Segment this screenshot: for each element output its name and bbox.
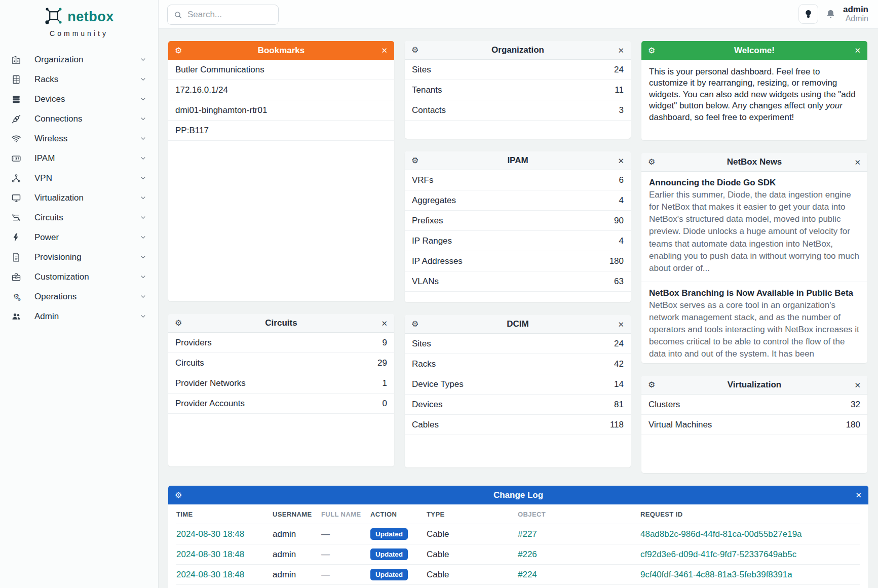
stat-label-link[interactable]: Providers	[175, 338, 383, 348]
changelog-time-link[interactable]: 2024-08-30 18:48	[176, 570, 273, 580]
stat-label-link[interactable]: Device Types	[412, 379, 614, 389]
stat-label-link[interactable]: Cables	[412, 420, 610, 430]
table-row: 2024-08-30 18:48 admin — Updated Cable #…	[176, 524, 860, 544]
close-icon[interactable]: ✕	[618, 47, 624, 54]
sidebar-item-label: Provisioning	[34, 252, 139, 262]
sidebar-item[interactable]: Customization	[0, 267, 158, 287]
news-title-link[interactable]: NetBox Branching is Now Available in Pub…	[649, 288, 860, 298]
stat-label-link[interactable]: Provider Networks	[175, 378, 383, 388]
sidebar-nav: Organization Racks Devices	[0, 50, 158, 326]
sidebar-item[interactable]: VPN	[0, 168, 158, 188]
stat-label-link[interactable]: Sites	[412, 339, 614, 349]
bookmark-link[interactable]: PP:B117	[175, 126, 387, 136]
stat-row: Providers 9	[168, 333, 394, 353]
bookmark-link[interactable]: Butler Communications	[175, 65, 387, 75]
stat-label-link[interactable]: Clusters	[648, 400, 851, 410]
close-icon[interactable]: ✕	[618, 321, 624, 328]
action-badge: Updated	[370, 548, 408, 560]
lightbulb-icon	[804, 9, 813, 19]
sidebar-item[interactable]: Wireless	[0, 129, 158, 148]
ipam-icon	[11, 153, 21, 164]
gear-icon[interactable]: ⚙	[175, 47, 182, 55]
stat-label-link[interactable]: Virtual Machines	[648, 420, 846, 430]
close-icon[interactable]: ✕	[854, 47, 861, 54]
gear-icon[interactable]: ⚙	[411, 320, 418, 328]
news-body: NetBox serves as a core tool in an organ…	[649, 299, 860, 363]
gear-icon[interactable]: ⚙	[411, 46, 418, 54]
sidebar-item[interactable]: Admin	[0, 306, 158, 326]
stat-value: 81	[614, 400, 624, 410]
stat-label-link[interactable]: Aggregates	[412, 195, 619, 206]
sidebar-item[interactable]: Racks	[0, 69, 158, 89]
close-icon[interactable]: ✕	[381, 47, 388, 54]
widget-title: DCIM	[405, 319, 631, 329]
gear-icon[interactable]: ⚙	[648, 381, 655, 389]
gear-icon[interactable]: ⚙	[648, 158, 655, 166]
bookmark-link[interactable]: 172.16.0.1/24	[175, 85, 387, 95]
search-box[interactable]	[167, 5, 279, 25]
changelog-username: admin	[273, 529, 321, 539]
stat-label-link[interactable]: Provider Accounts	[175, 399, 383, 409]
news-title-link[interactable]: Announcing the Diode Go SDK	[649, 178, 860, 188]
changelog-time-link[interactable]: 2024-08-30 18:48	[176, 529, 273, 539]
sidebar-item[interactable]: Connections	[0, 109, 158, 129]
changelog-object-link[interactable]: #227	[518, 529, 640, 539]
plug-icon	[11, 114, 21, 124]
stat-row: Devices 81	[405, 395, 631, 415]
stat-label-link[interactable]: Sites	[412, 65, 614, 75]
sidebar-item[interactable]: Organization	[0, 50, 158, 69]
sidebar-item[interactable]: IPAM	[0, 148, 158, 168]
gear-icon[interactable]: ⚙	[411, 156, 418, 165]
close-icon[interactable]: ✕	[854, 159, 861, 166]
stat-value: 24	[614, 65, 624, 75]
gear-icon[interactable]: ⚙	[648, 47, 655, 55]
changelog-request-id-link[interactable]: 9cf40fdf-3461-4c88-81a3-5feb39f8391a	[640, 570, 860, 580]
stat-value: 1	[383, 378, 387, 388]
close-icon[interactable]: ✕	[855, 491, 862, 499]
sidebar-item[interactable]: Virtualization	[0, 188, 158, 208]
stat-label-link[interactable]: Tenants	[412, 85, 615, 95]
sidebar-item-label: Virtualization	[34, 193, 139, 203]
stat-label-link[interactable]: Racks	[412, 359, 614, 369]
sidebar-item[interactable]: Devices	[0, 89, 158, 109]
user-menu[interactable]: admin Admin	[843, 5, 868, 24]
changelog-object-link[interactable]: #224	[518, 570, 640, 580]
stat-label-link[interactable]: VRFs	[412, 175, 619, 185]
stat-label-link[interactable]: Devices	[412, 400, 614, 410]
changelog-time-link[interactable]: 2024-08-30 18:48	[176, 550, 273, 560]
stat-label-link[interactable]: Prefixes	[412, 216, 614, 226]
close-icon[interactable]: ✕	[618, 157, 624, 165]
chevron-down-icon	[139, 154, 147, 162]
changelog-type: Cable	[427, 529, 518, 539]
chevron-down-icon	[139, 273, 147, 281]
sidebar-item[interactable]: ⚙⚙ Operations	[0, 287, 158, 306]
theme-toggle-button[interactable]	[798, 4, 818, 24]
sidebar-item[interactable]: Circuits	[0, 208, 158, 227]
brand[interactable]: netbox Community	[0, 0, 158, 37]
stat-label-link[interactable]: Circuits	[175, 358, 377, 368]
search-input[interactable]	[187, 10, 269, 20]
sidebar-item-label: Devices	[34, 94, 139, 104]
close-icon[interactable]: ✕	[854, 381, 861, 389]
gear-icon[interactable]: ⚙	[175, 319, 182, 327]
changelog-request-id-link[interactable]: 48ad8b2c-986d-44fd-81ca-00d55b27e19a	[640, 529, 860, 539]
stat-label-link[interactable]: Contacts	[412, 105, 619, 115]
user-name: admin	[843, 5, 868, 15]
gear-icon[interactable]: ⚙	[175, 491, 182, 499]
sidebar-item[interactable]: Provisioning	[0, 247, 158, 267]
sidebar-item[interactable]: Power	[0, 227, 158, 247]
chevron-down-icon	[139, 233, 147, 241]
stat-row: IP Addresses 180	[405, 251, 631, 271]
changelog-request-id-link[interactable]: cf92d3e6-d09d-41fc-9fd7-52337649ab5c	[640, 550, 860, 560]
changelog-object-link[interactable]: #226	[518, 550, 640, 560]
table-row: 2024-08-30 18:48 admin — Updated Cable #…	[176, 544, 860, 564]
bell-icon[interactable]	[825, 9, 836, 19]
changelog-fullname: —	[321, 529, 370, 539]
stat-label-link[interactable]: VLANs	[412, 277, 614, 287]
stat-label-link[interactable]: IP Addresses	[412, 256, 609, 266]
stat-label-link[interactable]: IP Ranges	[412, 236, 619, 246]
close-icon[interactable]: ✕	[381, 320, 388, 327]
lightning-icon	[11, 232, 21, 243]
bookmark-link[interactable]: dmi01-binghamton-rtr01	[175, 105, 387, 115]
sidebar-item-label: Operations	[34, 292, 139, 302]
